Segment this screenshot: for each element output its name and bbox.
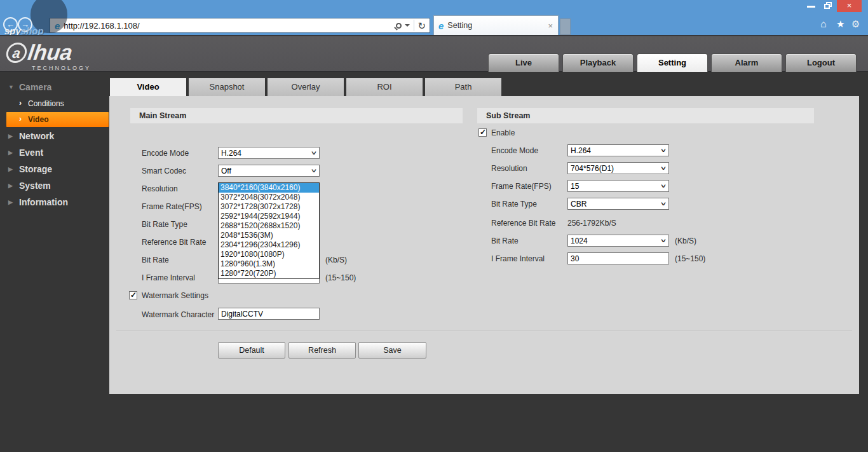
tab-roi[interactable]: ROI: [346, 78, 423, 96]
field-label: Bit Rate: [491, 236, 519, 245]
chevron-collapsed-icon: ▶: [8, 182, 13, 189]
field-label: Frame Rate(FPS): [142, 202, 202, 211]
field-label: Bit Rate Type: [142, 220, 187, 229]
new-tab-button[interactable]: [560, 18, 571, 35]
content-panel: Main Stream Encode Mode H.264∨ Smart Cod…: [109, 96, 859, 394]
nav-setting-button[interactable]: Setting: [637, 53, 708, 72]
smart-codec-select[interactable]: Off∨: [218, 165, 320, 177]
forward-button[interactable]: →: [18, 17, 32, 32]
sidebar-item-system[interactable]: ▶ System: [0, 180, 109, 194]
chevron-down-icon: ∨: [656, 165, 671, 171]
restore-icon[interactable]: [824, 2, 832, 9]
sidebar-item-event[interactable]: ▶ Event: [0, 147, 109, 161]
field-label: I Frame Interval: [142, 273, 195, 282]
address-bar[interactable]: e http://192.168.1.108/ ↻: [50, 18, 430, 33]
dropdown-option[interactable]: 3072*1728(3072x1728): [219, 202, 319, 212]
field-label: Frame Rate(FPS): [491, 182, 552, 191]
chevron-collapsed-icon: ▶: [8, 149, 13, 156]
nav-live-button[interactable]: Live: [488, 53, 559, 72]
dropdown-option[interactable]: 2304*1296(2304x1296): [219, 240, 319, 250]
browser-chrome: × ← → e http://192.168.1.108/ ↻ e Settin…: [0, 0, 868, 35]
sidebar-item-information[interactable]: ▶ Information: [0, 196, 109, 210]
encode-mode-select[interactable]: H.264∨: [218, 147, 320, 159]
field-label: Resolution: [142, 184, 178, 193]
favorites-star-icon[interactable]: ★: [836, 18, 844, 29]
sub-stream-enable-label: Enable: [491, 128, 515, 137]
search-icon[interactable]: [396, 23, 402, 29]
sidebar-item-storage[interactable]: ▶ Storage: [0, 163, 109, 177]
bit-rate-unit: (Kb/S): [325, 256, 347, 264]
tab-close-icon[interactable]: ×: [548, 21, 553, 31]
refresh-icon[interactable]: ↻: [417, 21, 426, 31]
chevron-collapsed-icon: ▶: [8, 166, 13, 172]
back-arrow-icon: ←: [6, 20, 15, 29]
chevron-right-icon: ›: [19, 99, 22, 107]
dropdown-option[interactable]: 3072*2048(3072x2048): [219, 193, 319, 202]
chevron-down-icon: ∨: [306, 150, 322, 156]
dropdown-option[interactable]: 1280*720(720P): [219, 269, 319, 278]
tab-snapshot[interactable]: Snapshot: [189, 78, 265, 96]
browser-tab-setting[interactable]: e Setting ×: [433, 15, 559, 35]
chevron-down-icon: ∨: [656, 147, 671, 153]
sub-stream-enable-checkbox[interactable]: [478, 128, 487, 137]
minimize-icon[interactable]: [807, 6, 815, 8]
watermark-character-input[interactable]: [218, 308, 320, 320]
field-label: Reference Bit Rate: [491, 219, 555, 228]
sub-bit-rate-type-select[interactable]: CBR∨: [567, 198, 669, 210]
nav-playback-button[interactable]: Playback: [562, 53, 634, 72]
nav-alarm-button[interactable]: Alarm: [711, 53, 782, 72]
section-divider: [116, 330, 852, 331]
chevron-collapsed-icon: ▶: [8, 199, 13, 205]
logo-a-icon: a: [5, 43, 28, 63]
search-dropdown-icon[interactable]: [405, 24, 410, 27]
sub-encode-mode-select[interactable]: H.264∨: [567, 144, 669, 156]
sidebar-item-video[interactable]: › Video: [6, 112, 109, 127]
dropdown-option[interactable]: 2048*1536(3M): [219, 231, 319, 240]
chevron-down-icon: ∨: [656, 238, 671, 243]
ie-icon: e: [55, 21, 60, 31]
dahua-logo: a lhua TECHNOLOGY: [6, 40, 91, 71]
dropdown-option[interactable]: 2592*1944(2592x1944): [219, 212, 319, 221]
default-button[interactable]: Default: [218, 342, 285, 359]
sub-frame-rate-select[interactable]: 15∨: [567, 180, 669, 192]
tools-gear-icon[interactable]: ⚙: [851, 18, 860, 29]
tab-path[interactable]: Path: [425, 78, 501, 96]
screen: × ← → e http://192.168.1.108/ ↻ e Settin…: [0, 0, 868, 452]
watermark-settings-checkbox[interactable]: [129, 291, 137, 299]
dropdown-option[interactable]: 3840*2160(3840x2160): [219, 183, 319, 193]
back-button[interactable]: ←: [3, 17, 18, 32]
field-label: Resolution: [491, 164, 527, 173]
sidebar-item-conditions[interactable]: › Conditions: [0, 97, 109, 111]
sub-resolution-select[interactable]: 704*576(D1)∨: [567, 162, 669, 174]
chevron-down-icon: ∨: [656, 201, 671, 207]
url-text[interactable]: http://192.168.1.108/: [64, 21, 396, 31]
home-icon[interactable]: ⌂: [820, 18, 827, 29]
field-label: I Frame Interval: [491, 254, 545, 263]
sub-reference-bit-rate-value: 256-1792Kb/S: [567, 219, 616, 228]
close-icon[interactable]: ×: [837, 0, 862, 12]
field-label: Encode Mode: [142, 149, 189, 158]
dropdown-option[interactable]: 2688*1520(2688x1520): [219, 221, 319, 231]
field-label: Encode Mode: [491, 146, 538, 155]
forward-arrow-icon: →: [21, 20, 29, 29]
tab-video[interactable]: Video: [110, 78, 186, 96]
sub-bit-rate-select[interactable]: 1024∨: [567, 235, 669, 247]
sidebar-item-camera[interactable]: ▼ Camera: [0, 81, 109, 95]
tab-favicon-ie-icon: e: [438, 21, 444, 31]
tab-overlay[interactable]: Overlay: [268, 78, 344, 96]
sub-i-frame-interval-range: (15~150): [675, 254, 705, 263]
chevron-right-icon: ›: [19, 114, 22, 123]
app-header: a lhua TECHNOLOGY Live Playback Setting …: [0, 35, 868, 72]
sub-i-frame-interval-input[interactable]: [567, 252, 669, 264]
dropdown-option[interactable]: 1920*1080(1080P): [219, 250, 319, 259]
save-button[interactable]: Save: [358, 342, 426, 359]
sidebar-item-network[interactable]: ▶ Network: [0, 130, 109, 144]
field-label: Reference Bit Rate: [142, 238, 206, 247]
sub-bit-rate-unit: (Kb/S): [675, 236, 696, 245]
nav-logout-button[interactable]: Logout: [785, 53, 857, 72]
chevron-down-icon: ∨: [306, 168, 322, 174]
dropdown-option[interactable]: 1280*960(1.3M): [219, 259, 319, 269]
main-stream-header: Main Stream: [130, 108, 463, 123]
chevron-down-icon: ∨: [656, 183, 671, 189]
refresh-button[interactable]: Refresh: [288, 342, 356, 359]
